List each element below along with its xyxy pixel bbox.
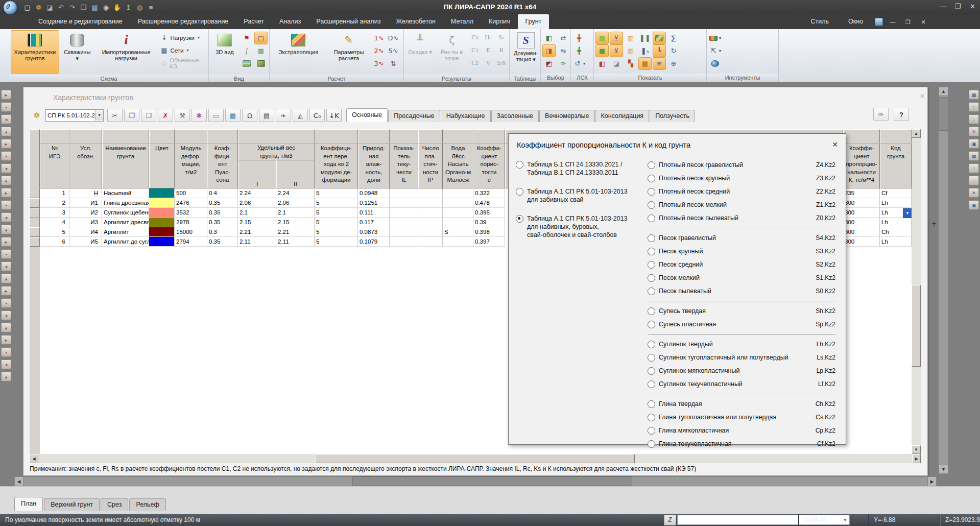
cell[interactable]: Lh xyxy=(880,237,912,247)
cell[interactable]: 2.21 xyxy=(276,227,315,237)
cell[interactable]: И4 xyxy=(69,227,102,237)
cell[interactable]: Ch xyxy=(880,227,912,237)
radio-soil-option[interactable]: Суглинок текучепластичныйLf.Kz2 xyxy=(648,377,835,391)
edit-tool-button[interactable]: ⚒ xyxy=(175,109,190,122)
radio-icon[interactable] xyxy=(648,288,655,295)
button-Характеристики грунтов[interactable]: Характеристики грунтов xyxy=(11,30,59,74)
scroll-left-icon[interactable]: ◀ xyxy=(30,454,38,463)
row-selector[interactable] xyxy=(30,237,40,247)
cell[interactable]: 2.11 xyxy=(276,237,315,247)
cell[interactable]: И5 xyxy=(69,237,102,247)
ribbon-tab-Грунт[interactable]: Грунт xyxy=(518,14,549,29)
radio-icon[interactable] xyxy=(648,161,655,169)
button-Параметры расчета[interactable]: ✎Параметры расчета xyxy=(326,30,371,74)
leaf-button[interactable]: ❧ xyxy=(276,109,291,122)
cell[interactable]: Lh xyxy=(880,218,912,227)
cell[interactable]: И1 xyxy=(69,198,102,208)
cell[interactable]: 3 xyxy=(40,208,69,218)
row-selector[interactable] xyxy=(30,188,40,198)
close-button[interactable]: ✕ xyxy=(965,0,980,13)
right-toolbar-icon[interactable]: ↓ xyxy=(969,114,979,124)
spring-1-icon[interactable]: 1∿ xyxy=(372,32,386,44)
cell[interactable] xyxy=(443,208,473,218)
cell-dropdown-button[interactable]: ▼ xyxy=(903,208,912,218)
flag-icon[interactable]: ⚑ xyxy=(240,32,253,44)
cell[interactable]: 800 xyxy=(843,218,880,227)
scale-tool-icon[interactable]: ⇱▾ xyxy=(708,44,722,57)
cell[interactable]: 1 xyxy=(40,188,69,198)
cell[interactable]: 0.4 xyxy=(207,188,238,198)
mdi-scroll-left-icon[interactable]: ◀ xyxy=(14,476,23,486)
mdi-vscrollbar[interactable]: ▲ ▼ xyxy=(939,87,948,474)
cell[interactable]: 5 xyxy=(315,198,358,208)
show-grid-icon[interactable]: ▦ xyxy=(638,57,652,70)
printer-button[interactable]: ▤ xyxy=(259,109,274,122)
ribbon-tab-Анализ[interactable]: Анализ xyxy=(272,14,308,29)
cell[interactable]: 2476 xyxy=(175,198,207,208)
radio-soil-option[interactable]: Песок пылеватыйS0.Kz2 xyxy=(648,284,835,298)
radio-icon[interactable] xyxy=(648,341,655,348)
camera-icon[interactable]: ◉ xyxy=(101,3,111,12)
select-contour-icon[interactable]: ▢ xyxy=(254,32,268,44)
probe-icon[interactable]: ∫ xyxy=(240,44,253,57)
left-toolbar-icon[interactable]: ▪ xyxy=(1,347,11,357)
cell[interactable]: 800 xyxy=(843,227,880,237)
show-nodes-icon[interactable]: ■ xyxy=(595,32,609,44)
cell[interactable]: 2.24 xyxy=(276,188,315,198)
copy-button[interactable]: ❐ xyxy=(124,109,139,122)
more-icon[interactable]: ≡ xyxy=(146,3,156,12)
move-node-icon[interactable]: ⇄ xyxy=(557,32,570,44)
view-tab-План[interactable]: План xyxy=(14,497,43,511)
left-toolbar-icon[interactable]: ▸ xyxy=(1,139,11,149)
table-hscrollbar[interactable]: ◀ ▶ xyxy=(30,454,921,463)
radio-soil-option[interactable]: Песок крупныйS3.Kz2 xyxy=(648,245,835,258)
window-close-icon[interactable]: ✕ xyxy=(918,92,926,101)
cell[interactable]: 2 xyxy=(40,198,69,208)
radio-icon[interactable] xyxy=(648,175,655,182)
left-toolbar-icon[interactable]: ▴ xyxy=(1,225,11,234)
axes-undo-icon[interactable]: ↺▾ xyxy=(572,57,586,70)
cell[interactable] xyxy=(149,227,175,237)
view-tab-Верхний грунт[interactable]: Верхний грунт xyxy=(44,498,100,511)
cell[interactable]: 235 xyxy=(843,188,880,198)
radio-soil-option[interactable]: Суглинок мягкопластичныйLp.Kz2 xyxy=(648,364,835,377)
radio-soil-option[interactable]: Плотный песок гравелистыйZ4.Kz2 xyxy=(648,158,835,172)
cell[interactable] xyxy=(149,208,175,218)
cell[interactable] xyxy=(418,237,443,247)
button-Осадка[interactable]: ╨Осадка ▾ xyxy=(405,30,435,74)
button-Сети[interactable]: ▦Сети▾ xyxy=(158,44,207,56)
radio-icon[interactable] xyxy=(516,161,523,169)
sum-axes-icon[interactable]: ∑ xyxy=(667,32,680,44)
cell[interactable]: 5 xyxy=(315,227,358,237)
scroll-down-icon[interactable]: ▼ xyxy=(912,445,921,454)
undo-icon[interactable]: ↶ xyxy=(56,3,66,12)
left-toolbar-icon[interactable]: ▸ xyxy=(1,188,11,198)
cell[interactable] xyxy=(443,218,473,227)
cell[interactable]: 2.24 xyxy=(238,188,276,198)
new-document-icon[interactable]: ▢ xyxy=(22,3,32,12)
result-icon-R[interactable]: R xyxy=(495,44,508,56)
radio-icon[interactable] xyxy=(648,427,655,435)
mdi-hscrollbar[interactable]: ◀ ▶ xyxy=(14,476,937,486)
tab-Основные[interactable]: Основные xyxy=(346,108,388,122)
radio-table-option[interactable]: Таблица А.1 СП РК 5.01-103-2013 для заби… xyxy=(516,187,643,204)
radio-soil-option[interactable]: Глина мягкопластичнаяCp.Kz2 xyxy=(648,424,835,437)
cell[interactable] xyxy=(418,198,443,208)
cell[interactable]: 0.1079 xyxy=(358,237,390,247)
scroll-up-icon[interactable]: ▲ xyxy=(912,129,921,138)
save-icon[interactable]: ◪ xyxy=(45,3,55,12)
rotate-icon[interactable]: ↻ xyxy=(667,44,680,57)
delete-button[interactable]: ✗ xyxy=(158,109,173,122)
radio-soil-option[interactable]: Супесь твердаяSh.Kz2 xyxy=(648,304,835,318)
radio-icon[interactable] xyxy=(516,215,523,223)
show-quads-icon[interactable]: ▚ xyxy=(624,57,637,70)
help-button[interactable]: ? xyxy=(894,108,909,121)
cut-button[interactable]: ✂ xyxy=(107,109,123,122)
cell[interactable]: 500 xyxy=(175,188,207,198)
radio-soil-option[interactable]: Песок гравелистыйS4.Kz2 xyxy=(648,231,835,245)
cell[interactable] xyxy=(390,208,418,218)
radio-soil-option[interactable]: Супесь пластичнаяSp.Kz2 xyxy=(648,318,835,331)
row-selector[interactable] xyxy=(30,208,40,218)
cell[interactable]: 2.15 xyxy=(238,218,276,227)
cell[interactable]: Насыпной xyxy=(102,188,149,198)
